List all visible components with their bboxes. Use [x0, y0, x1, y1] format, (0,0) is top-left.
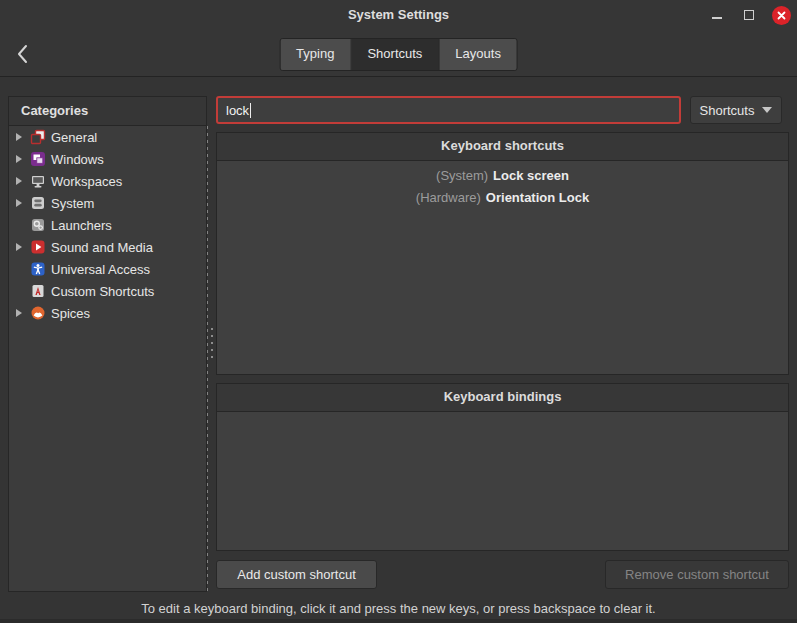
tab-typing[interactable]: Typing — [280, 39, 351, 70]
sidebar-item-workspaces[interactable]: Workspaces — [9, 170, 206, 192]
sidebar-item-sound-and-media[interactable]: Sound and Media — [9, 236, 206, 258]
shortcut-row-orientation-lock[interactable]: (Hardware) Orientation Lock — [217, 186, 788, 208]
sidebar-item-system[interactable]: System — [9, 192, 206, 214]
search-input[interactable]: lock — [216, 96, 681, 124]
custom-shortcuts-icon — [30, 283, 46, 299]
sidebar-item-label: Spices — [51, 306, 90, 321]
window-controls — [706, 0, 792, 30]
sidebar-item-label: General — [51, 130, 97, 145]
keyboard-bindings-list — [217, 412, 788, 415]
titlebar: System Settings — [0, 0, 797, 30]
categories-header: Categories — [9, 97, 206, 126]
sidebar-item-label: Sound and Media — [51, 240, 153, 255]
sidebar-item-label: Workspaces — [51, 174, 122, 189]
tab-layouts[interactable]: Layouts — [439, 39, 517, 70]
pane-grip-dots[interactable] — [211, 328, 213, 360]
sidebar-item-label: Launchers — [51, 218, 112, 233]
expander-icon[interactable] — [16, 155, 30, 163]
sidebar-item-spices[interactable]: Spices — [9, 302, 206, 324]
pane-separator[interactable] — [207, 126, 208, 591]
shortcut-row-lock-screen[interactable]: (System) Lock screen — [217, 164, 788, 186]
sidebar-item-custom-shortcuts[interactable]: Custom Shortcuts — [9, 280, 206, 302]
maximize-icon — [744, 10, 754, 20]
window-bottom-edge — [0, 619, 797, 623]
maximize-button[interactable] — [738, 4, 760, 26]
shortcut-name: Orientation Lock — [486, 190, 589, 205]
shortcut-category: (Hardware) — [416, 190, 481, 205]
filter-dropdown-label: Shortcuts — [700, 103, 755, 118]
windows-icon — [30, 151, 46, 167]
sidebar-item-launchers[interactable]: Launchers — [9, 214, 206, 236]
back-button[interactable] — [10, 41, 34, 67]
tab-shortcuts[interactable]: Shortcuts — [351, 39, 439, 70]
spices-icon — [30, 305, 46, 321]
general-icon — [30, 129, 46, 145]
minimize-button[interactable] — [706, 4, 728, 26]
window-title: System Settings — [0, 0, 797, 30]
expander-icon[interactable] — [16, 177, 30, 185]
workspaces-icon — [30, 173, 46, 189]
filter-dropdown[interactable]: Shortcuts — [690, 96, 782, 124]
system-settings-window: System Settings Typing Shortcuts La — [0, 0, 797, 623]
sidebar-item-label: Custom Shortcuts — [51, 284, 154, 299]
expander-icon[interactable] — [16, 309, 30, 317]
universal-access-icon — [30, 261, 46, 277]
toolbar: Typing Shortcuts Layouts — [0, 30, 797, 77]
keyboard-shortcuts-panel: Keyboard shortcuts (System) Lock screen … — [216, 132, 789, 375]
search-input-value: lock — [226, 103, 249, 118]
sidebar-item-label: Universal Access — [51, 262, 150, 277]
sidebar-item-universal-access[interactable]: Universal Access — [9, 258, 206, 280]
tab-group: Typing Shortcuts Layouts — [279, 38, 518, 71]
sidebar-item-general[interactable]: General — [9, 126, 206, 148]
remove-custom-shortcut-button[interactable]: Remove custom shortcut — [605, 560, 789, 589]
statusbar-hint: To edit a keyboard binding, click it and… — [0, 598, 797, 618]
keyboard-shortcuts-list: (System) Lock screen (Hardware) Orientat… — [217, 161, 788, 208]
sound-media-icon — [30, 239, 46, 255]
expander-icon[interactable] — [16, 133, 30, 141]
categories-sidebar: Categories General Windows — [8, 96, 207, 592]
text-caret — [250, 103, 251, 118]
launchers-icon — [30, 217, 46, 233]
sidebar-item-windows[interactable]: Windows — [9, 148, 206, 170]
chevron-left-icon — [16, 44, 29, 64]
keyboard-bindings-header: Keyboard bindings — [217, 384, 788, 412]
close-icon — [772, 6, 791, 25]
keyboard-bindings-panel: Keyboard bindings — [216, 383, 789, 551]
close-button[interactable] — [770, 4, 792, 26]
sidebar-item-label: Windows — [51, 152, 104, 167]
shortcut-category: (System) — [436, 168, 488, 183]
sidebar-item-label: System — [51, 196, 94, 211]
shortcut-name: Lock screen — [493, 168, 569, 183]
chevron-down-icon — [762, 107, 772, 113]
system-icon — [30, 195, 46, 211]
expander-icon[interactable] — [16, 243, 30, 251]
add-custom-shortcut-button[interactable]: Add custom shortcut — [216, 560, 377, 589]
minimize-icon — [712, 17, 722, 19]
keyboard-shortcuts-header: Keyboard shortcuts — [217, 133, 788, 161]
expander-icon[interactable] — [16, 199, 30, 207]
